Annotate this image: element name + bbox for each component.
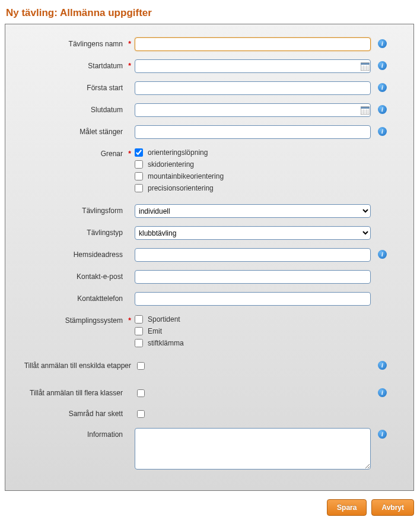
info-icon[interactable]: i <box>378 250 387 259</box>
label-phone: Kontakttelefon <box>16 292 135 303</box>
required-mark: * <box>125 316 131 325</box>
label-consult: Samråd har skett <box>16 407 135 418</box>
label-type: Tävlingstyp <box>16 226 135 237</box>
info-icon[interactable]: i <box>378 83 387 92</box>
form-panel: Tävlingens namn* i Startdatum* i Första … <box>5 24 414 491</box>
info-icon[interactable]: i <box>378 430 387 439</box>
svg-rect-1 <box>361 63 370 65</box>
label-disciplines: Grenar* <box>16 147 135 158</box>
punching-item: stiftklämma <box>135 339 372 347</box>
label-email: Kontakt-e-post <box>16 270 135 281</box>
discipline-label: orienteringslöpning <box>148 148 208 157</box>
info-icon[interactable]: i <box>378 361 387 370</box>
firststart-input[interactable] <box>135 81 371 95</box>
page-title: Ny tävling: Allmänna uppgifter <box>6 7 415 19</box>
svg-rect-7 <box>361 107 370 109</box>
consult-checkbox[interactable] <box>137 410 145 418</box>
disciplines-list: orienteringslöpningskidorienteringmounta… <box>135 147 372 196</box>
discipline-checkbox[interactable] <box>135 172 143 180</box>
label-info: Information <box>16 428 135 439</box>
punching-label: Emit <box>148 327 162 335</box>
label-finishclose: Målet stänger <box>16 125 135 136</box>
allowmulti-checkbox[interactable] <box>137 389 145 397</box>
label-firststart: Första start <box>16 81 135 92</box>
cancel-button[interactable]: Avbryt <box>371 499 414 516</box>
calendar-icon[interactable] <box>361 62 370 71</box>
label-punching: Stämplingssystem* <box>16 314 135 325</box>
info-textarea[interactable] <box>135 428 371 470</box>
label-homepage: Hemsideadress <box>16 248 135 259</box>
punching-checkbox[interactable] <box>135 339 143 347</box>
punching-label: stiftklämma <box>148 339 184 347</box>
discipline-label: precisionsorientering <box>148 184 214 192</box>
punching-checkbox[interactable] <box>135 315 143 323</box>
discipline-checkbox[interactable] <box>135 148 143 157</box>
info-icon[interactable]: i <box>378 127 387 136</box>
required-mark: * <box>125 40 131 48</box>
label-enddate: Slutdatum <box>16 103 135 114</box>
phone-input[interactable] <box>135 292 371 306</box>
enddate-input[interactable] <box>135 103 371 117</box>
punching-label: Sportident <box>148 315 180 323</box>
discipline-checkbox[interactable] <box>135 160 143 169</box>
name-input[interactable] <box>135 37 371 51</box>
discipline-item: skidorientering <box>135 160 372 169</box>
startdate-input[interactable] <box>135 59 371 73</box>
discipline-label: mountainbikeorientering <box>148 172 224 180</box>
finishclose-input[interactable] <box>135 125 371 139</box>
allowstage-checkbox[interactable] <box>137 362 145 370</box>
form-select[interactable]: individuell <box>135 204 371 218</box>
required-mark: * <box>125 62 131 70</box>
info-icon[interactable]: i <box>378 105 387 114</box>
label-allowmulti: Tillåt anmälan till flera klasser <box>16 386 135 397</box>
homepage-input[interactable] <box>135 248 371 262</box>
info-icon[interactable]: i <box>378 388 387 397</box>
button-row: Spara Avbryt <box>5 499 414 516</box>
save-button[interactable]: Spara <box>327 499 367 516</box>
info-icon[interactable]: i <box>378 61 387 70</box>
punching-list: SportidentEmitstiftklämma <box>135 314 372 351</box>
calendar-icon[interactable] <box>361 106 370 115</box>
label-startdate: Startdatum* <box>16 59 135 70</box>
discipline-item: orienteringslöpning <box>135 148 372 157</box>
punching-checkbox[interactable] <box>135 327 143 335</box>
punching-item: Sportident <box>135 315 372 323</box>
label-allowstage: Tillåt anmälan till enskilda etapper <box>16 359 135 378</box>
discipline-label: skidorientering <box>148 160 194 169</box>
info-icon[interactable]: i <box>378 39 387 48</box>
label-name: Tävlingens namn* <box>16 37 135 48</box>
discipline-item: mountainbikeorientering <box>135 172 372 180</box>
type-select[interactable]: klubbtävling <box>135 226 371 240</box>
label-form: Tävlingsform <box>16 204 135 215</box>
required-mark: * <box>125 150 131 158</box>
discipline-item: precisionsorientering <box>135 184 372 192</box>
email-input[interactable] <box>135 270 371 284</box>
punching-item: Emit <box>135 327 372 335</box>
discipline-checkbox[interactable] <box>135 184 143 192</box>
